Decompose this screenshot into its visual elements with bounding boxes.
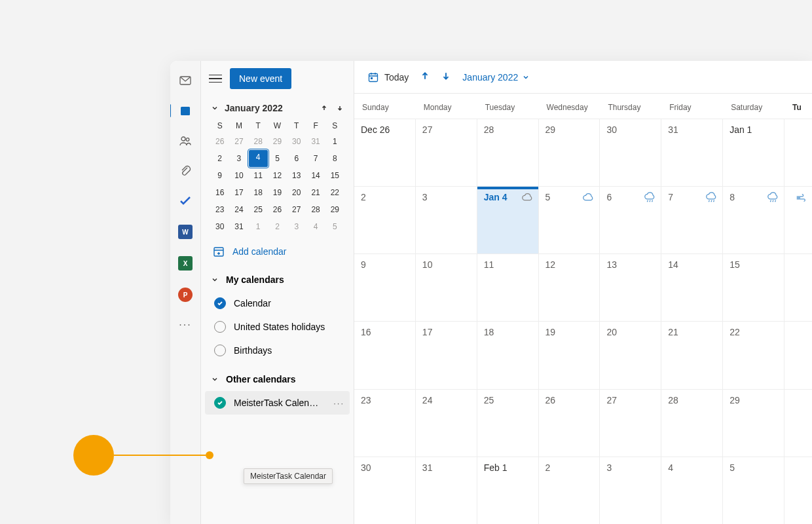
calendar-day-cell[interactable]: Jan 4: [477, 186, 539, 253]
mini-day-cell[interactable]: 31: [306, 133, 325, 150]
new-event-button[interactable]: New event: [230, 68, 291, 89]
calendar-day-cell[interactable]: 25: [477, 389, 539, 457]
calendar-day-cell[interactable]: [784, 253, 812, 321]
mini-day-cell[interactable]: 1: [249, 218, 268, 235]
calendar-day-cell[interactable]: 4: [661, 457, 723, 524]
files-icon[interactable]: [179, 164, 192, 178]
mail-icon[interactable]: [179, 74, 192, 87]
calendar-day-cell[interactable]: 11: [477, 253, 539, 321]
my-calendars-toggle[interactable]: My calendars: [205, 268, 350, 291]
mini-day-cell[interactable]: 3: [287, 218, 306, 235]
mini-day-cell[interactable]: 2: [210, 150, 229, 167]
calendar-day-cell[interactable]: 15: [723, 253, 784, 321]
calendar-day-cell[interactable]: Jan 1: [723, 119, 784, 186]
mini-day-cell[interactable]: 22: [325, 184, 344, 201]
calendar-list-item[interactable]: United States holidays: [205, 315, 350, 339]
prev-month-arrow-icon[interactable]: [320, 103, 329, 113]
calendar-day-cell[interactable]: 22: [723, 321, 784, 388]
calendar-day-cell[interactable]: 30: [354, 457, 416, 524]
mini-day-cell[interactable]: 20: [287, 184, 306, 201]
mini-day-cell[interactable]: 18: [249, 184, 268, 201]
calendar-day-cell[interactable]: 3: [600, 457, 661, 524]
calendar-day-cell[interactable]: [784, 321, 812, 388]
next-period-arrow-icon[interactable]: [441, 71, 451, 83]
more-options-icon[interactable]: ···: [333, 398, 344, 408]
calendar-day-cell[interactable]: 26: [539, 389, 600, 457]
mini-day-cell[interactable]: 14: [306, 167, 325, 184]
mini-day-cell[interactable]: 8: [325, 150, 344, 167]
add-calendar-button[interactable]: Add calendar: [201, 238, 354, 265]
calendar-day-cell[interactable]: 27: [416, 119, 477, 186]
powerpoint-app-icon[interactable]: P: [178, 288, 193, 302]
calendar-day-cell[interactable]: 23: [354, 389, 416, 457]
more-apps-icon[interactable]: ···: [179, 319, 191, 331]
calendar-list-item[interactable]: Calendar: [205, 291, 350, 315]
calendar-day-cell[interactable]: 29: [723, 389, 784, 457]
calendar-day-cell[interactable]: 17: [416, 321, 477, 388]
calendar-day-cell[interactable]: 28: [661, 389, 723, 457]
calendar-day-cell[interactable]: 28: [477, 119, 539, 186]
today-button[interactable]: Today: [367, 71, 409, 83]
calendar-checkbox[interactable]: [214, 297, 226, 309]
calendar-day-cell[interactable]: 27: [600, 389, 661, 457]
mini-day-cell[interactable]: 24: [229, 201, 248, 218]
mini-day-cell[interactable]: 21: [306, 184, 325, 201]
mini-day-cell[interactable]: 25: [249, 201, 268, 218]
calendar-list-item[interactable]: Birthdays: [205, 339, 350, 362]
todo-icon[interactable]: [179, 195, 192, 208]
mini-day-cell[interactable]: 26: [268, 201, 287, 218]
month-picker[interactable]: January 2022: [462, 72, 530, 83]
other-calendars-toggle[interactable]: Other calendars: [205, 367, 350, 391]
calendar-checkbox[interactable]: [214, 345, 226, 356]
chevron-down-icon[interactable]: [210, 103, 219, 113]
mini-day-cell[interactable]: 6: [287, 150, 306, 167]
mini-day-cell[interactable]: 26: [210, 133, 229, 150]
calendar-day-cell[interactable]: 31: [661, 119, 723, 186]
mini-day-cell[interactable]: 13: [287, 167, 306, 184]
mini-day-cell[interactable]: 19: [268, 184, 287, 201]
calendar-day-cell[interactable]: Dec 26: [354, 119, 416, 186]
calendar-day-cell[interactable]: 13: [600, 253, 661, 321]
calendar-checkbox[interactable]: [214, 397, 226, 409]
calendar-day-cell[interactable]: 10: [416, 253, 477, 321]
mini-day-cell[interactable]: 16: [210, 184, 229, 201]
calendar-day-cell[interactable]: [784, 186, 812, 253]
calendar-day-cell[interactable]: [784, 389, 812, 457]
calendar-day-cell[interactable]: Feb 1: [477, 457, 539, 524]
calendar-day-cell[interactable]: 9: [354, 253, 416, 321]
calendar-day-cell[interactable]: 16: [354, 321, 416, 388]
calendar-day-cell[interactable]: 14: [661, 253, 723, 321]
calendar-day-cell[interactable]: 6: [600, 186, 661, 253]
mini-day-cell[interactable]: 15: [325, 167, 344, 184]
calendar-day-cell[interactable]: 30: [600, 119, 661, 186]
mini-day-cell[interactable]: 3: [229, 150, 248, 167]
calendar-day-cell[interactable]: 7: [661, 186, 723, 253]
mini-day-cell[interactable]: 17: [229, 184, 248, 201]
mini-day-cell[interactable]: 5: [325, 218, 344, 235]
mini-day-cell[interactable]: 10: [229, 167, 248, 184]
excel-app-icon[interactable]: X: [178, 256, 193, 271]
mini-day-cell[interactable]: 29: [325, 201, 344, 218]
mini-day-cell[interactable]: 27: [229, 133, 248, 150]
calendar-icon[interactable]: [179, 104, 192, 117]
calendar-list-item[interactable]: MeisterTask Calen…···: [205, 391, 350, 415]
calendar-day-cell[interactable]: 18: [477, 321, 539, 388]
mini-day-cell[interactable]: 9: [210, 167, 229, 184]
mini-day-cell[interactable]: 2: [268, 218, 287, 235]
mini-day-cell[interactable]: 4: [249, 150, 268, 167]
mini-day-cell[interactable]: 28: [249, 133, 268, 150]
mini-day-cell[interactable]: 4: [306, 218, 325, 235]
calendar-day-cell[interactable]: 29: [539, 119, 600, 186]
calendar-day-cell[interactable]: 5: [539, 186, 600, 253]
mini-day-cell[interactable]: 11: [249, 167, 268, 184]
mini-day-cell[interactable]: 27: [287, 201, 306, 218]
calendar-day-cell[interactable]: 5: [723, 457, 784, 524]
calendar-day-cell[interactable]: 3: [416, 186, 477, 253]
mini-day-cell[interactable]: 5: [268, 150, 287, 167]
calendar-day-cell[interactable]: 19: [539, 321, 600, 388]
calendar-day-cell[interactable]: 2: [539, 457, 600, 524]
calendar-day-cell[interactable]: 24: [416, 389, 477, 457]
calendar-day-cell[interactable]: 31: [416, 457, 477, 524]
mini-day-cell[interactable]: 1: [325, 133, 344, 150]
mini-day-cell[interactable]: 12: [268, 167, 287, 184]
